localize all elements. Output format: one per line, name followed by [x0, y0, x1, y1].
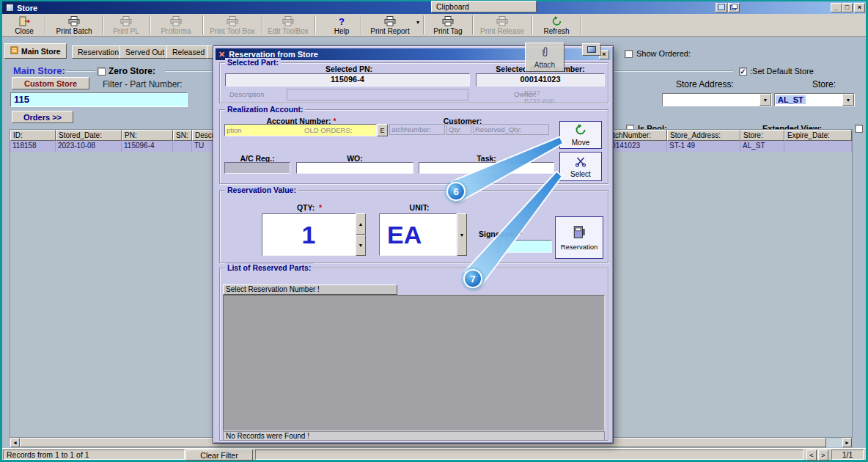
print-report-button[interactable]: Print Report	[364, 15, 416, 36]
main-store-tab-icon	[10, 46, 18, 56]
print-tag-button[interactable]: Print Tag	[427, 15, 469, 36]
qty-spinner-down[interactable]: ▼	[356, 235, 366, 256]
help-label: Help	[334, 27, 350, 35]
extended-view-checkbox[interactable]	[855, 125, 863, 133]
titlebar-tool-button-2[interactable]	[728, 3, 740, 12]
set-default-store-label: :Set Default Store	[750, 67, 814, 76]
column-header-sn[interactable]: SN:	[173, 130, 192, 141]
reserved-parts-header[interactable]: Select Reservation Number !	[223, 285, 397, 295]
close-window-button[interactable]: ×	[854, 3, 865, 12]
pager-prev-button[interactable]: <	[806, 450, 817, 461]
column-header-stored-date[interactable]: Stored_Date:	[56, 130, 122, 141]
refresh-button[interactable]: Refresh	[535, 15, 578, 36]
ghost-toolbar-icon-button[interactable]	[582, 43, 601, 56]
print-tool-box-button[interactable]: Print Tool Box	[206, 15, 259, 36]
cell-stored-date[interactable]: 2023-10-08	[56, 141, 122, 152]
page-indicator: 1/1	[831, 450, 864, 460]
status-panel	[255, 450, 803, 460]
tab-released[interactable]: Released	[166, 45, 210, 59]
set-default-store-checkbox[interactable]: ✓	[739, 67, 747, 76]
custom-store-button[interactable]: Custom Store	[12, 77, 89, 89]
window-title: Store	[17, 4, 37, 12]
store-select[interactable]: AL_ST ▼	[774, 93, 855, 106]
tab-reservation[interactable]: Reservation	[72, 45, 125, 59]
filter-part-number-label: Filter - Part Number:	[103, 79, 183, 89]
close-button[interactable]: Close	[6, 15, 43, 36]
chevron-down-icon[interactable]: ▼	[842, 94, 854, 106]
ghost-col-reserved-qty: Reserved_Qty:	[473, 124, 549, 135]
reservation-dialog: ✕ Reservation from Store × A319 A320 B73…	[213, 45, 614, 444]
account-ellipsis-button[interactable]: E	[377, 124, 388, 136]
print-release-button[interactable]: Print Release	[476, 15, 529, 36]
print-batch-button[interactable]: Print Batch	[48, 15, 100, 36]
required-asterisk: *	[519, 230, 522, 238]
ghost-description-label: Description	[229, 90, 265, 98]
ac-reg-input[interactable]	[224, 162, 290, 174]
minimize-button[interactable]: _	[831, 3, 842, 12]
reservation-button[interactable]: Reservation	[555, 216, 603, 259]
move-button-label: Move	[572, 139, 589, 147]
titlebar-tool-button-1[interactable]	[716, 3, 727, 12]
tab-main-store[interactable]: Main Store	[4, 43, 67, 59]
clear-filter-button[interactable]: Clear Filter	[185, 450, 253, 461]
hscroll-left-arrow[interactable]: ◄	[10, 438, 20, 447]
report-dropdown-caret-icon[interactable]: ▾	[416, 19, 419, 26]
paperclip-icon	[540, 46, 549, 59]
chevron-down-icon[interactable]: ▼	[760, 94, 771, 106]
toolbar-separator	[315, 15, 316, 34]
cell-store[interactable]: AL_ST	[740, 141, 784, 152]
cell-pn[interactable]: 115096-4	[122, 141, 173, 152]
zero-store-checkbox[interactable]	[98, 67, 106, 76]
filter-input[interactable]: 115	[10, 92, 188, 107]
ghost-old-orders: OLD ORDERS:	[304, 126, 352, 134]
customer-label: Customer:	[411, 117, 514, 125]
cell-store-address[interactable]: ST-1 49	[667, 141, 740, 152]
cell-id[interactable]: 118158	[10, 141, 56, 152]
orders-button[interactable]: Orders >>	[12, 111, 73, 123]
reserved-list-area[interactable]	[223, 295, 605, 431]
column-header-pn[interactable]: PN:	[122, 130, 173, 141]
unit-select[interactable]: EA	[379, 213, 457, 256]
edit-toolbox-button[interactable]: Edit ToolBox	[265, 15, 311, 36]
column-header-store[interactable]: Store:	[740, 130, 784, 141]
unit-dropdown-button[interactable]: ▼	[457, 213, 467, 256]
wo-input[interactable]	[296, 162, 413, 174]
show-ordered-checkbox[interactable]	[625, 50, 633, 58]
printer-icon	[496, 16, 508, 26]
column-header-store-address[interactable]: Store_Address:	[667, 130, 740, 141]
column-header-expire-date[interactable]: Expire_Date:	[784, 130, 852, 141]
maximize-button[interactable]: □	[842, 3, 853, 12]
tab-released-label: Released	[172, 48, 205, 56]
qty-spinner-up[interactable]: ▲	[356, 213, 366, 235]
print-pl-button[interactable]: Print PL	[106, 15, 147, 36]
column-header-id[interactable]: ID:	[10, 130, 56, 141]
store-select-value: AL_ST	[776, 95, 806, 104]
ghost-text: ption	[227, 126, 242, 134]
records-status: Records from 1 to 1 of 1	[3, 450, 185, 460]
account-number-input[interactable]: ption OLD ORDERS:	[224, 124, 377, 136]
select-button-label: Select	[570, 170, 591, 178]
tab-served-out[interactable]: Served Out	[119, 45, 170, 59]
toolbar-separator	[202, 15, 204, 34]
main-store-heading: Main Store:	[13, 65, 65, 76]
edit-toolbox-label: Edit ToolBox	[268, 27, 308, 35]
attach-button[interactable]: Attach	[525, 43, 564, 72]
cell-sn[interactable]	[173, 141, 192, 152]
hscroll-right-arrow[interactable]: ►	[842, 438, 852, 447]
help-icon: ?	[339, 16, 345, 26]
store-address-select[interactable]: ▼	[662, 93, 772, 106]
cell-expire-date[interactable]	[784, 141, 852, 152]
pager-next-button[interactable]: >	[818, 450, 828, 461]
select-button[interactable]: Select	[559, 152, 602, 181]
group-reservation-value-label: Reservation Value:	[225, 186, 298, 194]
move-button[interactable]: Move	[559, 121, 602, 149]
tab-served-out-label: Served Out	[125, 48, 164, 56]
reservation-button-label: Reservation	[561, 243, 598, 251]
task-input[interactable]	[419, 162, 554, 174]
proforma-button[interactable]: Proforma	[153, 15, 199, 36]
print-batch-label: Print Batch	[56, 27, 92, 35]
toolbar-separator	[45, 15, 46, 34]
qty-input[interactable]: 1	[262, 213, 356, 256]
help-button[interactable]: ? Help	[326, 15, 358, 36]
signature-input[interactable]	[499, 240, 552, 253]
